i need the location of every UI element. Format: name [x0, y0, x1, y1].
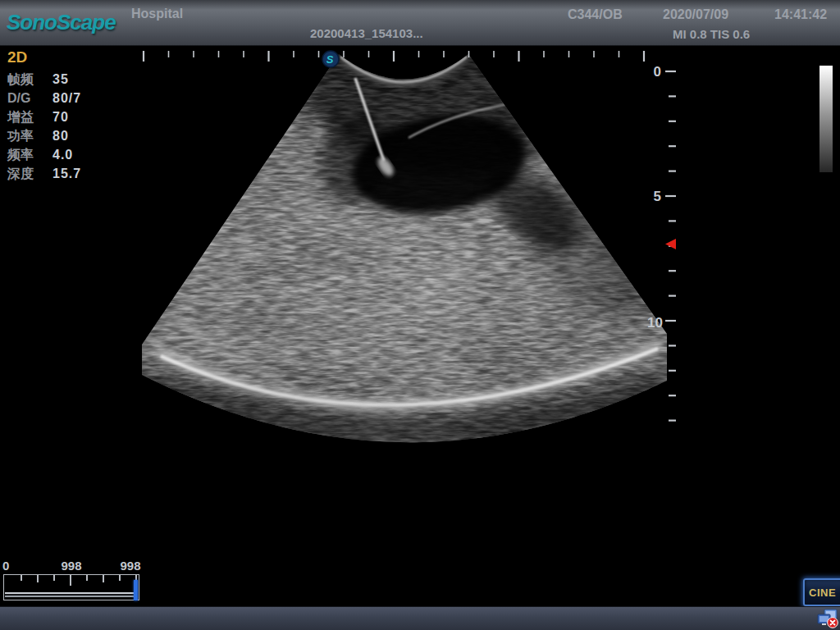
param-row: 帧频35 [7, 70, 139, 89]
svg-text:S: S [326, 53, 334, 66]
cine-current-label: 998 [49, 559, 94, 573]
cine-total-label: 998 [108, 559, 153, 573]
hospital-name: Hospital [131, 7, 183, 21]
cine-rail[interactable] [5, 592, 138, 597]
param-row: 频率4.0 [7, 145, 139, 164]
mode-label: 2D [7, 48, 139, 70]
param-row: D/G80/7 [7, 89, 139, 107]
probe-preset: C344/OB [568, 7, 623, 22]
cine-tick [86, 575, 88, 581]
focus-marker-icon[interactable] [665, 239, 676, 249]
brand-logo: SonoScape [7, 10, 116, 35]
cine-frame-labels: 0 998 998 [0, 559, 164, 573]
cine-tick [53, 575, 55, 581]
exam-date: 2020/07/09 [663, 7, 728, 22]
cine-tick [21, 575, 22, 581]
exam-id: 20200413_154103... [310, 26, 423, 40]
param-value: 4.0 [52, 145, 73, 164]
exam-time: 14:41:42 [774, 7, 827, 22]
cine-tick [70, 575, 71, 586]
param-label: 帧频 [7, 70, 52, 89]
grayscale-bar [819, 66, 833, 172]
cine-position-indicator[interactable] [134, 580, 138, 600]
depth-label-10: 10 [647, 315, 663, 331]
param-value: 80/7 [52, 89, 81, 107]
param-label: 功率 [7, 126, 52, 145]
mi-tis-readout: MI 0.8 TIS 0.6 [673, 27, 750, 41]
horizontal-scale [144, 51, 644, 62]
cine-start-label: 0 [2, 559, 9, 573]
imaging-params-panel: 2D 帧频35D/G80/7增益70功率80频率4.0深度15.7 [7, 48, 139, 183]
param-value: 80 [52, 126, 69, 145]
status-bar [0, 606, 840, 630]
header-bar: SonoScape Hospital 20200413_154103... C3… [0, 0, 840, 46]
param-label: 增益 [7, 107, 52, 126]
param-label: 深度 [7, 164, 52, 183]
ultrasound-fan-image [142, 45, 671, 455]
cine-tick [119, 575, 121, 581]
param-row: 增益70 [7, 107, 139, 126]
param-label: 频率 [7, 145, 52, 164]
param-row: 功率80 [7, 126, 139, 145]
cine-tick [37, 575, 39, 582]
cine-button[interactable]: CINE [803, 578, 840, 606]
cine-tick [103, 575, 104, 582]
network-disconnected-icon[interactable] [817, 609, 838, 628]
param-value: 15.7 [52, 164, 81, 183]
depth-label-0: 0 [654, 64, 661, 80]
param-label: D/G [7, 89, 52, 107]
param-row: 深度15.7 [7, 164, 139, 183]
param-value: 35 [52, 70, 69, 89]
orientation-marker-icon: S [322, 51, 339, 67]
cine-scrubber[interactable] [3, 574, 139, 600]
param-value: 70 [52, 107, 69, 126]
depth-label-5: 5 [654, 189, 661, 204]
